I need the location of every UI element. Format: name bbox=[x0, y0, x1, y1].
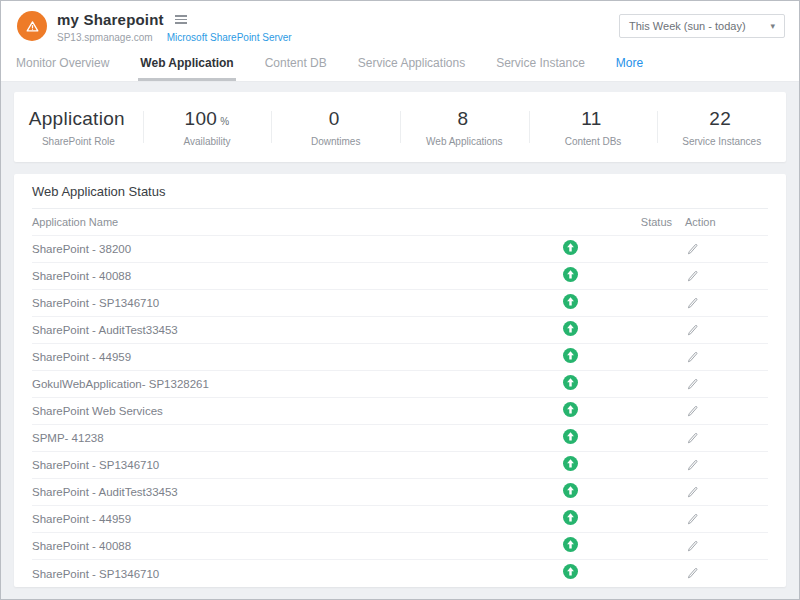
table-row[interactable]: SharePoint - AuditTest33453 bbox=[32, 317, 768, 344]
application-name: SharePoint - 40088 bbox=[32, 270, 550, 282]
status-up-icon bbox=[563, 429, 578, 448]
status-up-icon bbox=[563, 510, 578, 529]
status-up-icon bbox=[563, 321, 578, 340]
edit-pencil-icon[interactable] bbox=[686, 324, 699, 337]
status-up-icon bbox=[563, 348, 578, 367]
stat-value: 100% bbox=[185, 108, 230, 130]
edit-pencil-icon[interactable] bbox=[686, 351, 699, 364]
stat-label: SharePoint Role bbox=[42, 136, 115, 147]
table-header-row: Application Name Status Action bbox=[32, 209, 768, 236]
application-name: GokulWebApplication- SP1328261 bbox=[32, 378, 550, 390]
menu-icon[interactable] bbox=[173, 13, 189, 26]
time-range-dropdown[interactable]: This Week (sun - today) ▾ bbox=[619, 14, 785, 38]
tab-bar: Monitor Overview Web Application Content… bbox=[14, 56, 785, 81]
application-name: SharePoint - SP1346710 bbox=[32, 297, 550, 309]
stat-value: Application bbox=[29, 108, 128, 130]
application-name: SharePoint - 40088 bbox=[32, 540, 550, 552]
edit-pencil-icon[interactable] bbox=[686, 297, 699, 310]
status-up-icon bbox=[563, 294, 578, 313]
stat-label: Web Applications bbox=[426, 136, 503, 147]
edit-pencil-icon[interactable] bbox=[686, 378, 699, 391]
table-row[interactable]: SharePoint - 44959 bbox=[32, 344, 768, 371]
stat-item: 22 Service Instances bbox=[657, 92, 786, 162]
edit-pencil-icon[interactable] bbox=[686, 270, 699, 283]
table-row[interactable]: SharePoint - 44959 bbox=[32, 506, 768, 533]
table-row[interactable]: SharePoint - 40088 bbox=[32, 263, 768, 290]
application-name: SharePoint - SP1346710 bbox=[32, 568, 550, 580]
stat-item: 8 Web Applications bbox=[400, 92, 529, 162]
edit-pencil-icon[interactable] bbox=[686, 405, 699, 418]
application-name: SharePoint - 44959 bbox=[32, 351, 550, 363]
status-up-icon bbox=[563, 537, 578, 556]
tab[interactable]: Service Applications bbox=[356, 56, 467, 81]
column-header-application-name: Application Name bbox=[32, 216, 550, 228]
application-name: SharePoint - 38200 bbox=[32, 243, 550, 255]
application-name: SPMP- 41238 bbox=[32, 432, 550, 444]
server-type-link[interactable]: Microsoft SharePoint Server bbox=[167, 32, 292, 43]
stat-value: 22 bbox=[709, 108, 734, 130]
chevron-down-icon: ▾ bbox=[770, 21, 775, 31]
edit-pencil-icon[interactable] bbox=[686, 540, 699, 553]
application-name: SharePoint - SP1346710 bbox=[32, 459, 550, 471]
column-header-status: Status bbox=[590, 216, 682, 228]
sharepoint-monitor-logo bbox=[17, 11, 47, 41]
table-row[interactable]: GokulWebApplication- SP1328261 bbox=[32, 371, 768, 398]
status-up-icon bbox=[563, 456, 578, 475]
stat-item: Application SharePoint Role bbox=[14, 92, 143, 162]
time-range-value: This Week (sun - today) bbox=[629, 20, 746, 32]
table-row[interactable]: SPMP- 41238 bbox=[32, 425, 768, 452]
stat-label: Content DBs bbox=[565, 136, 622, 147]
stat-label: Service Instances bbox=[682, 136, 761, 147]
tab[interactable]: More bbox=[614, 56, 645, 81]
tab[interactable]: Monitor Overview bbox=[14, 56, 111, 81]
stat-value: 0 bbox=[329, 108, 343, 130]
status-up-icon bbox=[563, 267, 578, 286]
edit-pencil-icon[interactable] bbox=[686, 243, 699, 256]
stat-value: 11 bbox=[581, 108, 604, 130]
edit-pencil-icon[interactable] bbox=[686, 486, 699, 499]
app-window: my Sharepoint SP13.spmanage.com Microsof… bbox=[0, 0, 800, 600]
table-row[interactable]: SharePoint - 40088 bbox=[32, 533, 768, 560]
application-name: SharePoint - AuditTest33453 bbox=[32, 324, 550, 336]
page-title: my Sharepoint bbox=[57, 11, 164, 28]
status-up-icon bbox=[563, 375, 578, 394]
edit-pencil-icon[interactable] bbox=[686, 513, 699, 526]
table-row[interactable]: SharePoint - AuditTest33453 bbox=[32, 479, 768, 506]
stat-item: 100% Availability bbox=[143, 92, 272, 162]
stat-item: 0 Downtimes bbox=[271, 92, 400, 162]
table-row[interactable]: SharePoint - SP1346710 bbox=[32, 560, 768, 587]
stat-label: Availability bbox=[183, 136, 230, 147]
table-row[interactable]: SharePoint Web Services bbox=[32, 398, 768, 425]
stat-label: Downtimes bbox=[311, 136, 360, 147]
application-name: SharePoint Web Services bbox=[32, 405, 550, 417]
header: my Sharepoint SP13.spmanage.com Microsof… bbox=[1, 1, 799, 82]
table-row[interactable]: SharePoint - SP1346710 bbox=[32, 290, 768, 317]
web-application-status-panel: Web Application Status Application Name … bbox=[14, 174, 786, 587]
status-up-icon bbox=[563, 402, 578, 421]
application-name: SharePoint - 44959 bbox=[32, 513, 550, 525]
table-row[interactable]: SharePoint - 38200 bbox=[32, 236, 768, 263]
stats-summary-card: Application SharePoint Role 100% Availab… bbox=[14, 92, 786, 162]
panel-title: Web Application Status bbox=[32, 174, 768, 209]
warning-triangle-icon bbox=[25, 19, 40, 34]
status-up-icon bbox=[563, 564, 578, 583]
tab[interactable]: Web Application bbox=[138, 56, 235, 81]
edit-pencil-icon[interactable] bbox=[686, 432, 699, 445]
tab[interactable]: Content DB bbox=[263, 56, 329, 81]
table-row[interactable]: SharePoint - SP1346710 bbox=[32, 452, 768, 479]
stat-item: 11 Content DBs bbox=[529, 92, 658, 162]
status-up-icon bbox=[563, 240, 578, 259]
column-header-action: Action bbox=[682, 216, 768, 228]
host-name: SP13.spmanage.com bbox=[57, 32, 153, 43]
application-name: SharePoint - AuditTest33453 bbox=[32, 486, 550, 498]
tab[interactable]: Service Instance bbox=[494, 56, 587, 81]
stat-value: 8 bbox=[457, 108, 471, 130]
edit-pencil-icon[interactable] bbox=[686, 567, 699, 580]
stat-unit: % bbox=[220, 116, 229, 127]
edit-pencil-icon[interactable] bbox=[686, 459, 699, 472]
status-up-icon bbox=[563, 483, 578, 502]
